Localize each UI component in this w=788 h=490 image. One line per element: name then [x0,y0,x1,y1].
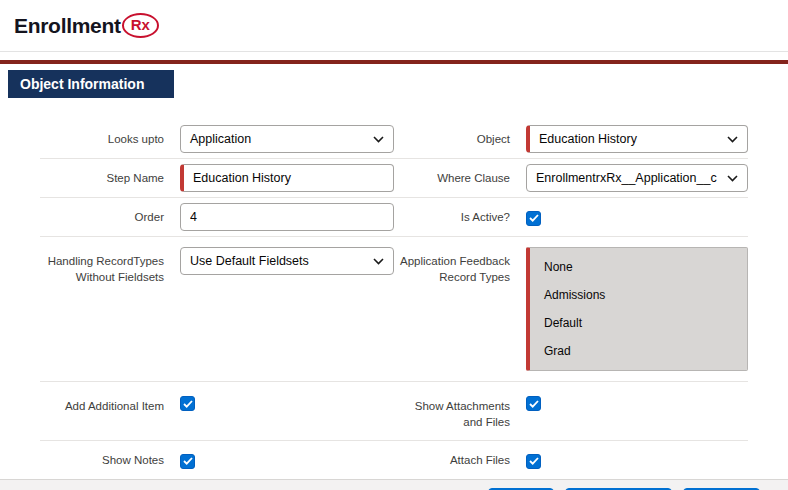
accent-divider [0,60,788,64]
form-row: Step Name Where Clause EnrollmentrxRx__A… [40,159,748,198]
chevron-down-icon [727,175,738,182]
form-row: Looks upto Application Object Education … [40,120,748,159]
logo-rx-icon: Rx [122,13,159,38]
multiselect-option[interactable]: Admissions [530,281,747,309]
page-title: Object Information [8,70,174,98]
enrollmentrx-logo: Enrollment Rx [14,13,159,38]
attach-files-label: Attach Files [394,452,526,468]
handling-recordtypes-label: Handling RecordTypes Without Fieldsets [40,247,180,285]
application-feedback-label: Application Feedback Record Types [394,247,526,285]
handling-recordtypes-value: Use Default Fieldsets [190,254,309,268]
step-name-label: Step Name [40,170,180,186]
show-attachments-checkbox[interactable] [526,396,541,411]
order-label: Order [40,209,180,225]
multiselect-option[interactable]: Default [530,309,747,337]
action-footer: Save Save & New Cancel [0,479,788,490]
form-row: Add Additional Item Show Attachments and… [40,382,748,441]
step-name-input[interactable] [180,164,394,192]
app-header: Enrollment Rx [0,0,788,52]
where-clause-label: Where Clause [394,170,526,186]
form-row: Handling RecordTypes Without Fieldsets U… [40,237,748,382]
handling-recordtypes-select[interactable]: Use Default Fieldsets [180,247,394,275]
object-value: Education History [539,132,637,146]
chevron-down-icon [373,258,384,265]
chevron-down-icon [727,136,738,143]
add-additional-item-label: Add Additional Item [40,392,180,414]
object-select[interactable]: Education History [526,125,748,153]
object-label: Object [394,131,526,147]
show-notes-label: Show Notes [40,452,180,468]
chevron-down-icon [373,136,384,143]
application-feedback-multiselect[interactable]: None Admissions Default Grad [526,247,748,371]
page-title-label: Object Information [20,76,144,92]
is-active-checkbox[interactable] [526,211,541,226]
logo-text: Enrollment [14,14,121,38]
show-notes-checkbox[interactable] [180,454,195,469]
multiselect-option[interactable]: None [530,253,747,281]
where-clause-select[interactable]: EnrollmentrxRx__Application__c [526,164,748,192]
show-attachments-label: Show Attachments and Files [394,392,526,430]
add-additional-item-checkbox[interactable] [180,396,195,411]
order-input[interactable] [180,203,394,231]
form-row: Order Is Active? [40,198,748,237]
looks-upto-select[interactable]: Application [180,125,394,153]
multiselect-option[interactable]: Grad [530,337,747,365]
object-information-form: Looks upto Application Object Education … [0,98,788,479]
is-active-label: Is Active? [394,209,526,225]
where-clause-value: EnrollmentrxRx__Application__c [536,171,717,185]
form-row: Show Notes Attach Files [40,441,748,479]
looks-upto-label: Looks upto [40,131,180,147]
attach-files-checkbox[interactable] [526,454,541,469]
looks-upto-value: Application [190,132,251,146]
